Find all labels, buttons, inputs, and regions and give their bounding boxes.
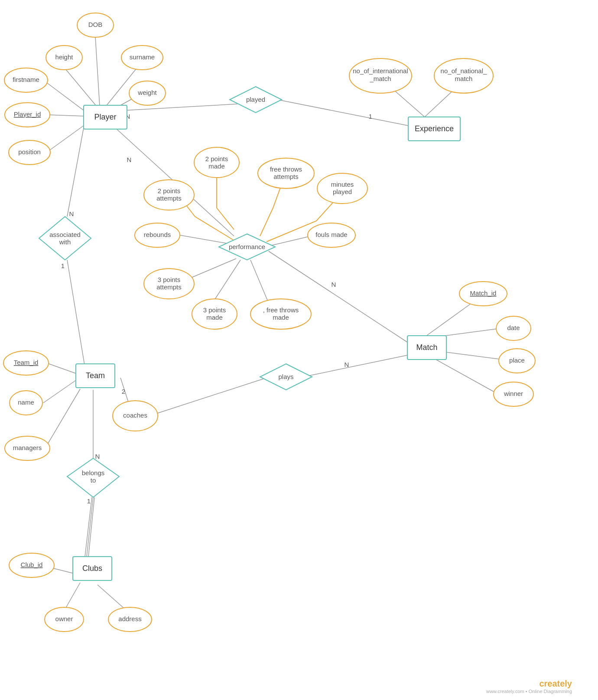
attr-dob-label: DOB — [88, 21, 103, 28]
svg-text:N: N — [344, 361, 349, 368]
svg-text:N: N — [95, 453, 100, 460]
attr-managers-label: managers — [13, 444, 42, 451]
svg-text:1: 1 — [369, 113, 372, 120]
attr-position-label: position — [18, 148, 41, 156]
attr-name-label: name — [18, 399, 34, 406]
rel-associated-with-label2: with — [59, 238, 71, 246]
attr-no-int-match-label2: _match — [369, 75, 391, 82]
svg-text:N: N — [332, 281, 336, 288]
attr-3pt-attempts-label: 3 points — [158, 276, 181, 283]
attr-rebounds-label: rebounds — [144, 231, 171, 238]
watermark-url: www.creately.com • Online Diagramming — [486, 689, 572, 694]
attr-surname-label: surname — [130, 53, 155, 61]
svg-text:2: 2 — [122, 388, 125, 395]
attr-3pt-made-label2: made — [206, 314, 223, 321]
attr-minutes-played-label: minutes — [331, 181, 354, 188]
attr-free-throws-att-label: free throws — [270, 165, 302, 173]
attr-player-id-label: Player_id — [14, 110, 41, 118]
rel-played-label: played — [246, 96, 265, 103]
attr-owner-label: owner — [55, 615, 73, 622]
entity-player-label: Player — [94, 113, 116, 121]
watermark-logo: creately — [539, 679, 572, 688]
attr-free-throws-att-label2: attempts — [273, 173, 299, 180]
entity-experience-label: Experience — [415, 124, 454, 133]
svg-text:1: 1 — [61, 262, 65, 269]
rel-belongs-to-label: belongs — [82, 469, 105, 476]
entity-team-label: Team — [86, 371, 105, 380]
attr-club-id-label: Club_id — [21, 561, 43, 568]
attr-2pt-made-label: 2 points — [205, 155, 228, 162]
attr-winner-label: winner — [504, 390, 523, 397]
attr-2pt-made-label2: made — [208, 162, 225, 170]
attr-2pt-attempts-label2: attempts — [156, 194, 182, 202]
attr-no-nat-match-label: no_of_national_ — [441, 67, 487, 75]
svg-text:N: N — [69, 210, 74, 217]
attr-match-id-label: Match_id — [470, 289, 497, 297]
attr-minutes-played-label2: played — [333, 188, 352, 195]
svg-text:1: 1 — [87, 497, 91, 505]
rel-associated-with-label: associated — [49, 231, 81, 238]
attr-height-label: height — [55, 53, 74, 61]
rel-belongs-to-label2: to — [91, 476, 96, 484]
entity-match-label: Match — [416, 343, 437, 352]
attr-place-label: place — [509, 356, 525, 364]
svg-text:N: N — [127, 156, 132, 163]
attr-no-int-match-label: no_of_international — [353, 67, 408, 75]
attr-3pt-made-label: 3 points — [203, 306, 226, 314]
attr-date-label: date — [507, 324, 520, 331]
attr-firstname-label: firstname — [13, 76, 39, 83]
attr-2pt-attempts-label: 2 points — [158, 187, 181, 194]
entity-clubs-label: Clubs — [82, 564, 102, 573]
attr-team-id-label: Team_id — [14, 359, 39, 366]
entity-performance-label: performance — [229, 243, 265, 250]
attr-address-label: address — [118, 615, 141, 622]
attr-free-throws-made-label: , free throws — [263, 306, 299, 314]
attr-3pt-attempts-label2: attempts — [156, 283, 182, 291]
attr-coaches-label: coaches — [123, 412, 147, 419]
attr-free-throws-made-label2: made — [273, 314, 289, 321]
rel-plays-label: plays — [278, 373, 293, 380]
attr-no-nat-match-label2: match — [455, 75, 473, 82]
attr-fouls-made-label: fouls made — [315, 231, 347, 238]
attr-weight-label: weight — [137, 89, 157, 96]
